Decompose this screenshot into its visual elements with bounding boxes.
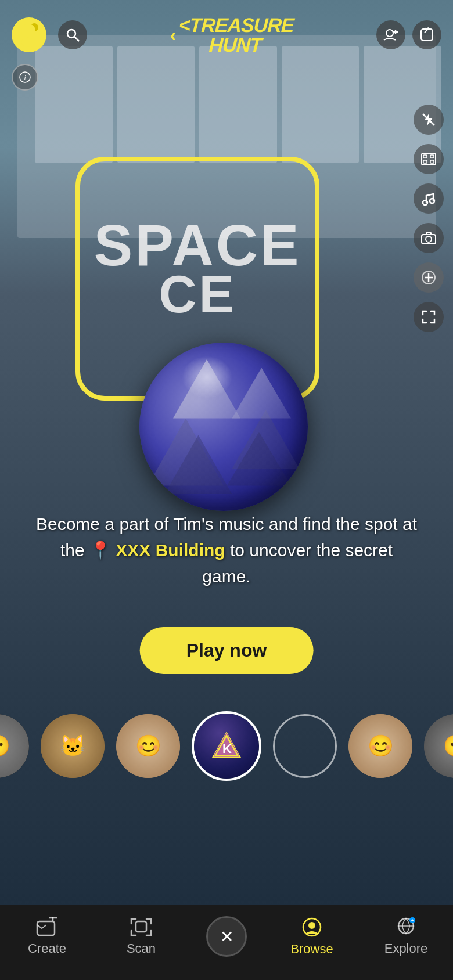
scan-nav-icon — [130, 917, 152, 938]
header-center: ‹ <TreasureHunt — [170, 15, 294, 55]
filter-item-face2[interactable]: 😊 — [348, 714, 412, 778]
camera-mode-icon — [420, 231, 437, 245]
svg-point-33 — [308, 922, 315, 929]
logo-area: <TreasureHunt — [178, 15, 293, 55]
add-icon — [421, 270, 436, 285]
add-friend-icon — [383, 28, 399, 41]
svg-rect-13 — [423, 155, 427, 158]
svg-point-5 — [386, 30, 393, 37]
treasure-hunt-filter-icon: K — [209, 729, 244, 763]
scan-icon — [130, 917, 152, 938]
svg-rect-31 — [136, 921, 146, 932]
location-name: XXX Building — [116, 541, 225, 560]
location-pin-icon: 📍 — [89, 541, 111, 560]
browse-icon — [301, 916, 323, 938]
right-toolbar — [414, 105, 444, 332]
avatar-icon — [18, 23, 40, 47]
nav-item-explore[interactable]: + Explore — [377, 917, 435, 956]
bottom-nav: Create Scan ✕ Browse — [0, 905, 453, 980]
svg-rect-16 — [430, 160, 434, 163]
music-icon — [422, 191, 436, 206]
add-button[interactable] — [414, 262, 444, 293]
scan-focus-button[interactable] — [414, 302, 444, 332]
nav-item-browse[interactable]: Browse — [283, 916, 341, 957]
description-area: Become a part of Tim's music and find th… — [0, 511, 453, 589]
ball-sphere — [139, 343, 308, 511]
rotate-icon — [419, 27, 435, 43]
filter-item-cat[interactable]: 🐱 — [41, 714, 105, 778]
building-text: SPACE CE — [94, 216, 301, 320]
svg-text:+: + — [411, 918, 414, 923]
avatar[interactable] — [12, 17, 46, 52]
play-now-button[interactable]: Play now — [140, 627, 314, 674]
svg-text:i: i — [24, 73, 26, 82]
music-button[interactable] — [414, 183, 444, 214]
svg-text:K: K — [222, 741, 232, 756]
explore-label: Explore — [384, 941, 428, 956]
search-icon — [65, 27, 80, 42]
header-left — [12, 17, 87, 52]
explore-icon: + — [395, 917, 417, 938]
header-right — [376, 20, 441, 49]
scan-label: Scan — [127, 941, 156, 956]
nav-item-create[interactable]: Create — [18, 917, 76, 956]
explore-nav-icon: + — [395, 917, 417, 938]
create-nav-icon — [36, 917, 58, 938]
decorative-ball — [139, 343, 308, 511]
film-strip-icon — [420, 152, 437, 166]
filter-strip: 😶 🐱 😊 K 😊 — [0, 697, 453, 795]
flash-off-icon — [421, 112, 436, 127]
svg-point-3 — [67, 30, 76, 38]
rotate-camera-button[interactable] — [412, 20, 441, 49]
info-icon: i — [19, 71, 31, 84]
treasure-hunt-logo: <TreasureHunt — [178, 15, 294, 55]
back-arrow-icon: ‹ — [170, 24, 177, 46]
nav-item-scan[interactable]: Scan — [112, 917, 170, 956]
flash-off-button[interactable] — [414, 105, 444, 135]
svg-point-1 — [21, 24, 35, 38]
svg-point-18 — [430, 199, 434, 203]
browse-nav-icon — [301, 916, 323, 938]
search-button[interactable] — [58, 20, 87, 49]
header: ‹ <TreasureHunt — [0, 0, 453, 58]
close-icon: ✕ — [220, 927, 233, 946]
filter-item-active-treasure[interactable]: K — [192, 711, 261, 781]
scan-focus-icon — [420, 309, 437, 325]
camera-mode-button[interactable] — [414, 223, 444, 253]
svg-point-17 — [423, 200, 427, 205]
filter-item-partial-right[interactable]: 😶 — [424, 714, 453, 778]
nav-close-button[interactable]: ✕ — [206, 916, 247, 957]
create-icon — [36, 917, 58, 938]
filter-item-empty[interactable] — [273, 714, 337, 778]
filter-item-partial-left[interactable]: 😶 — [0, 714, 29, 778]
add-friend-button[interactable] — [376, 20, 405, 49]
description-after: to uncover the secret game. — [202, 541, 393, 586]
browse-label: Browse — [290, 942, 333, 957]
description-text: Become a part of Tim's music and find th… — [35, 511, 418, 589]
svg-rect-14 — [430, 155, 434, 158]
film-strip-button[interactable] — [414, 144, 444, 174]
svg-rect-15 — [423, 160, 427, 163]
create-label: Create — [28, 941, 66, 956]
svg-line-4 — [75, 37, 80, 42]
svg-point-2 — [21, 38, 35, 47]
info-button[interactable]: i — [12, 64, 38, 91]
svg-rect-28 — [37, 921, 55, 935]
filter-item-face1[interactable]: 😊 — [116, 714, 180, 778]
svg-point-20 — [426, 236, 432, 242]
